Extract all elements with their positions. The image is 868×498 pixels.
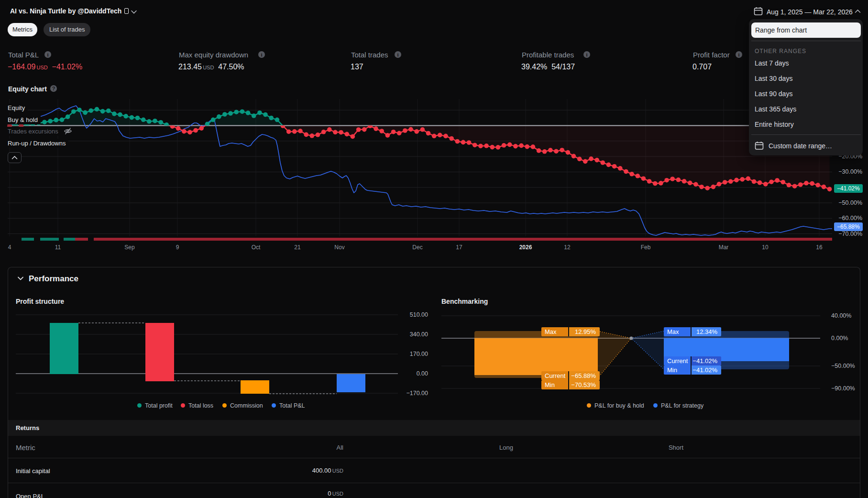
svg-text:i: i — [738, 52, 739, 57]
svg-text:i: i — [586, 52, 587, 57]
svg-text:?: ? — [52, 86, 55, 91]
svg-text:i: i — [397, 52, 398, 57]
svg-text:i: i — [261, 52, 262, 57]
svg-text:i: i — [47, 52, 48, 57]
